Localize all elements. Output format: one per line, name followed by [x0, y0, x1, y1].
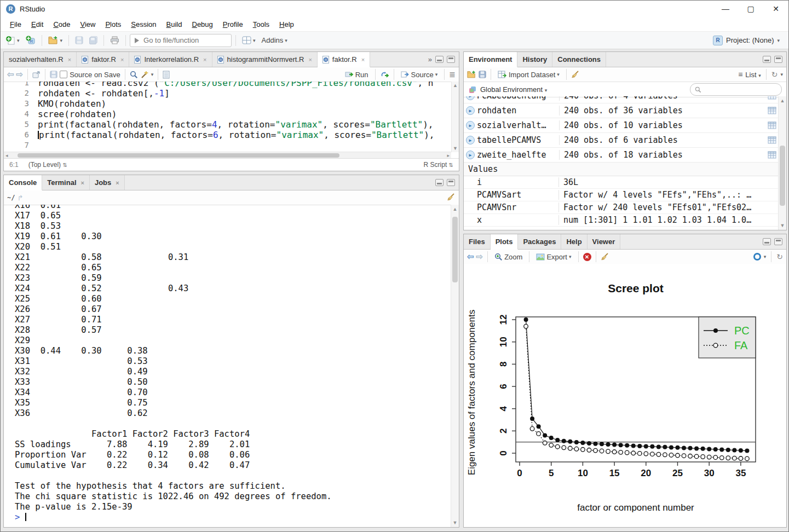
back-icon[interactable]: ⇦ [7, 70, 14, 79]
remove-plot-icon[interactable]: ✕ [583, 253, 591, 261]
code-tools-wand-icon[interactable] [140, 71, 149, 79]
close-tab-icon[interactable]: × [81, 180, 84, 186]
maximize-button[interactable]: ▢ [738, 1, 763, 17]
view-table-icon[interactable] [768, 107, 776, 114]
working-directory[interactable]: ~/ [7, 194, 15, 201]
environment-search-input[interactable] [704, 85, 767, 94]
next-plot-icon[interactable]: ⇨ [476, 252, 483, 262]
import-dataset-button[interactable]: Import Dataset ▾ [496, 69, 562, 80]
refresh-plot-icon[interactable]: ↻ [776, 252, 783, 261]
environment-data-row[interactable]: ▶ rohdaten 240 obs. of 36 variables [464, 103, 779, 118]
addins-button[interactable]: Addins▾ [260, 34, 290, 46]
goto-directory-icon[interactable]: ↱ [17, 194, 23, 202]
environment-value-row[interactable]: i 36L [464, 176, 779, 189]
menu-session[interactable]: Session [126, 19, 161, 30]
environment-data-row[interactable]: ▶ PCAbeobachtung 240 obs. of 4 variables [464, 96, 779, 103]
project-selector[interactable]: R Project: (None) ▾ [713, 36, 785, 45]
close-tab-icon[interactable]: × [68, 56, 71, 63]
export-plot-button[interactable]: Export ▾ [534, 251, 573, 263]
new-project-button[interactable]: R [24, 34, 38, 47]
environment-value-row[interactable]: PCAMVSnr Factor w/ 240 levels "FEfs01","… [464, 201, 779, 214]
maximize-pane-icon[interactable] [774, 238, 782, 245]
minimize-button[interactable]: — [713, 1, 738, 17]
tab-faktor-1[interactable]: R faktor.R× [77, 52, 129, 67]
document-outline-icon[interactable]: ≣ [449, 70, 456, 79]
save-icon[interactable] [50, 71, 57, 78]
minimize-pane-icon[interactable] [435, 179, 444, 186]
menu-debug[interactable]: Debug [187, 19, 218, 30]
pane-layout-button[interactable]: ▾ [240, 34, 258, 46]
zoom-plot-button[interactable]: Zoom [492, 251, 525, 263]
close-tab-icon[interactable]: × [116, 180, 119, 186]
tab-console[interactable]: Console [4, 175, 42, 190]
console-output[interactable]: X16 0.61X17 0.65X18 0.53X19 0.61 0.30X20… [4, 205, 451, 525]
environment-data-row[interactable]: ▶ zweite_haelfte 240 obs. of 18 variable… [464, 148, 779, 163]
expand-icon[interactable]: ▶ [464, 106, 477, 115]
save-button[interactable] [73, 34, 85, 46]
code-editor[interactable]: 1rohdaten <- read.csv2 ("C:/Users/User/D… [4, 82, 451, 153]
tab-connections[interactable]: Connections [552, 52, 606, 67]
new-file-button[interactable]: ▾ [4, 34, 22, 47]
menu-file[interactable]: File [5, 19, 26, 30]
menu-view[interactable]: View [75, 19, 100, 30]
menu-tools[interactable]: Tools [248, 19, 274, 30]
tab-viewer[interactable]: Viewer [588, 234, 621, 249]
previous-plot-icon[interactable]: ⇦ [467, 252, 474, 262]
save-workspace-icon[interactable] [479, 71, 486, 78]
tab-terminal[interactable]: Terminal× [42, 175, 90, 190]
view-table-icon[interactable] [768, 122, 776, 129]
menu-plots[interactable]: Plots [100, 19, 126, 30]
console-prompt-line[interactable]: > [15, 512, 451, 523]
tab-overflow-button[interactable]: » [428, 55, 432, 63]
print-button[interactable] [108, 34, 122, 46]
goto-file-function-input[interactable] [142, 36, 216, 45]
close-tab-icon[interactable]: × [203, 56, 206, 63]
tab-interkorrelation[interactable]: R Interkorrelation.R× [129, 52, 212, 67]
tab-plots[interactable]: Plots [491, 234, 519, 250]
environment-value-row[interactable]: x num [1:301] 1 1.01 1.02 1.03 1.04 1.0… [464, 214, 779, 227]
open-file-button[interactable]: ▾ [46, 34, 65, 46]
tab-histogramm[interactable]: R histogrammitNormvert.R× [212, 52, 318, 67]
list-view-selector[interactable]: List ▾ [745, 71, 761, 79]
expand-icon[interactable]: ▶ [464, 136, 477, 144]
scope-selector[interactable]: (Top Level) ⇅ [28, 161, 67, 169]
clear-all-plots-broom-icon[interactable] [601, 252, 609, 261]
find-icon[interactable] [130, 71, 138, 79]
load-workspace-icon[interactable] [467, 71, 476, 78]
tab-packages[interactable]: Packages [518, 234, 561, 249]
refresh-icon[interactable]: ↻ [771, 70, 778, 79]
menu-profile[interactable]: Profile [218, 19, 248, 30]
menu-code[interactable]: Code [48, 19, 75, 30]
tab-jobs[interactable]: Jobs× [90, 175, 125, 190]
maximize-pane-icon[interactable] [774, 56, 782, 63]
show-in-window-icon[interactable] [32, 71, 41, 78]
clear-environment-broom-icon[interactable] [571, 70, 580, 79]
expand-icon[interactable]: ▶ [464, 151, 477, 159]
rerun-icon[interactable] [380, 71, 389, 78]
menu-help[interactable]: Help [274, 19, 299, 30]
save-all-button[interactable] [87, 34, 100, 46]
maximize-pane-icon[interactable] [447, 179, 455, 186]
source-on-save-checkbox[interactable] [60, 71, 67, 78]
run-button[interactable]: Run [343, 69, 371, 80]
expand-icon[interactable]: ▶ [464, 121, 477, 130]
close-tab-icon[interactable]: × [361, 56, 365, 63]
tab-sozialverhalten[interactable]: sozialverhalten.R× [4, 52, 77, 67]
view-table-icon[interactable] [768, 136, 776, 144]
expand-icon[interactable]: ▶ [464, 96, 477, 100]
scrollbar-thumb[interactable] [780, 146, 785, 206]
environment-data-row[interactable]: ▶ tabellePCAMVS 240 obs. of 6 variables [464, 133, 779, 148]
scrollbar-thumb[interactable] [18, 153, 339, 158]
environment-data-row[interactable]: ▶ sozialverhalt… 240 obs. of 10 variable… [464, 118, 779, 133]
global-environment-selector[interactable]: Global Environment ▾ [480, 85, 547, 94]
view-table-icon[interactable] [768, 96, 776, 100]
tab-files[interactable]: Files [464, 234, 491, 249]
minimize-pane-icon[interactable] [435, 56, 444, 63]
close-tab-icon[interactable]: × [120, 56, 124, 63]
menu-build[interactable]: Build [162, 19, 187, 30]
clear-console-broom-icon[interactable] [447, 193, 456, 201]
tab-history[interactable]: History [517, 52, 552, 67]
source-vertical-scrollbar[interactable]: ▲▼ [451, 82, 459, 152]
minimize-pane-icon[interactable] [763, 238, 771, 245]
tab-environment[interactable]: Environment [464, 52, 517, 67]
